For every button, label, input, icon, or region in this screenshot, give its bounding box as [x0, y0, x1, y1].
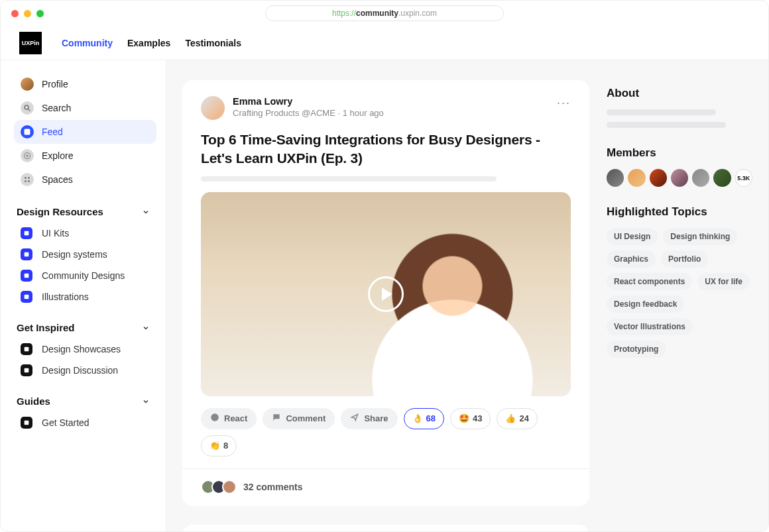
- topic-tag[interactable]: UX for life: [697, 273, 750, 290]
- sidebar-item-ui-kits[interactable]: UI Kits: [14, 223, 156, 244]
- svg-point-0: [25, 105, 29, 109]
- member-avatar[interactable]: [671, 169, 688, 187]
- chevron-down-icon: [142, 324, 150, 332]
- svg-rect-10: [25, 252, 29, 257]
- sidebar-item-label: Design systems: [42, 249, 107, 260]
- topic-tag[interactable]: Portfolio: [661, 250, 708, 268]
- post-video-thumbnail[interactable]: [201, 192, 571, 396]
- sidebar-item-label: Explore: [42, 150, 73, 161]
- topic-tag[interactable]: Design thinking: [663, 228, 737, 245]
- author-avatar[interactable]: [201, 96, 225, 120]
- chevron-down-icon: [142, 208, 150, 216]
- spaces-icon: [21, 173, 34, 186]
- nav-link-community[interactable]: Community: [62, 38, 113, 48]
- member-avatar[interactable]: [607, 169, 624, 187]
- svg-rect-13: [25, 347, 29, 352]
- member-avatar[interactable]: [628, 169, 645, 187]
- comment-icon: [272, 413, 281, 424]
- topics-heading: Highlighted Topics: [607, 205, 752, 219]
- right-sidebar: About Members 5.3K Highlighted Topics: [607, 80, 752, 513]
- topic-tag[interactable]: Vector Illustrations: [607, 318, 693, 335]
- feed-icon: [21, 125, 34, 138]
- sidebar-item-explore[interactable]: Explore: [14, 144, 156, 168]
- sidebar-item-profile[interactable]: Profile: [14, 72, 156, 96]
- member-avatar[interactable]: [692, 169, 709, 187]
- share-button[interactable]: Share: [341, 408, 397, 429]
- section-title: Get Inspired: [17, 322, 75, 333]
- maximize-dot[interactable]: [36, 10, 44, 17]
- url-protocol: https://: [332, 9, 356, 18]
- url-bar[interactable]: https://community.uxpin.com: [265, 5, 504, 21]
- sidebar-item-community-designs[interactable]: Community Designs: [14, 265, 156, 286]
- nav-link-examples[interactable]: Examples: [127, 38, 170, 48]
- members-count-badge[interactable]: 5.3K: [735, 169, 752, 187]
- chevron-down-icon: [142, 398, 150, 405]
- reaction-count: 68: [426, 413, 436, 423]
- react-button[interactable]: React: [201, 408, 257, 429]
- reaction-count: 24: [519, 413, 528, 423]
- member-avatar[interactable]: [650, 169, 667, 187]
- sidebar-item-illustrations[interactable]: Illustrations: [14, 286, 156, 307]
- resource-icon: [21, 417, 32, 429]
- sidebar-item-label: Search: [42, 103, 71, 113]
- members-heading: Members: [607, 146, 752, 160]
- sidebar-item-design-discussion[interactable]: Design Discussion: [14, 360, 156, 381]
- resource-icon: [21, 364, 32, 376]
- resource-icon: [21, 227, 32, 239]
- reaction-👏[interactable]: 👏8: [201, 435, 237, 456]
- reaction-🤩[interactable]: 🤩43: [450, 408, 491, 429]
- svg-point-7: [25, 180, 27, 182]
- about-skeleton: [607, 109, 716, 115]
- react-icon: [210, 413, 219, 424]
- reaction-👌[interactable]: 👌68: [404, 408, 444, 429]
- window-titlebar: https://community.uxpin.com: [1, 1, 768, 26]
- topic-tag[interactable]: Prototyping: [607, 341, 666, 358]
- post-more-icon[interactable]: ···: [557, 96, 571, 110]
- comments-summary[interactable]: 32 comments: [182, 468, 589, 494]
- sidebar-item-label: Feed: [42, 127, 63, 137]
- sidebar-item-spaces[interactable]: Spaces: [14, 168, 156, 191]
- nav-link-testimonials[interactable]: Testimonials: [185, 38, 241, 48]
- section-title: Guides: [17, 396, 50, 407]
- play-icon[interactable]: [368, 276, 404, 312]
- svg-point-8: [28, 180, 30, 182]
- topic-tag[interactable]: React components: [607, 273, 692, 290]
- comment-button[interactable]: Comment: [263, 408, 335, 429]
- reaction-emoji: 👌: [412, 413, 423, 423]
- section-header-design-resources[interactable]: Design Resources: [17, 206, 150, 217]
- section-title: Design Resources: [17, 206, 103, 217]
- minimize-dot[interactable]: [24, 10, 31, 17]
- svg-point-6: [28, 177, 30, 179]
- sidebar-item-label: UI Kits: [42, 228, 69, 239]
- author-subline: Crafting Products @ACME · 1 hour ago: [233, 108, 384, 118]
- svg-point-5: [25, 177, 27, 179]
- about-heading: About: [607, 87, 752, 100]
- reaction-👍[interactable]: 👍24: [497, 408, 537, 429]
- svg-rect-14: [25, 368, 29, 373]
- reaction-count: 8: [223, 441, 228, 451]
- svg-line-1: [29, 109, 30, 111]
- section-header-guides[interactable]: Guides: [17, 396, 150, 407]
- avatar-icon: [21, 78, 34, 91]
- section-header-get-inspired[interactable]: Get Inspired: [17, 322, 150, 333]
- sidebar-item-design-systems[interactable]: Design systems: [14, 244, 156, 265]
- post-card: Jimmy Hexington Principal Designer @ Rub…: [182, 525, 589, 532]
- sidebar-item-feed[interactable]: Feed: [14, 120, 156, 144]
- author-name[interactable]: Emma Lowry: [233, 96, 384, 107]
- resource-icon: [21, 270, 32, 282]
- sidebar-item-search[interactable]: Search: [14, 96, 156, 120]
- window-controls[interactable]: [11, 10, 44, 17]
- topic-tag[interactable]: Design feedback: [607, 295, 684, 313]
- sidebar-item-get-started[interactable]: Get Started: [14, 412, 156, 433]
- action-label: Comment: [286, 413, 325, 423]
- comments-count: 32 comments: [243, 482, 302, 492]
- brand-logo[interactable]: UXPin: [19, 32, 42, 54]
- close-dot[interactable]: [11, 10, 19, 17]
- topic-tag[interactable]: Graphics: [607, 250, 656, 268]
- sidebar: ProfileSearchFeedExploreSpaces Design Re…: [1, 60, 166, 532]
- sidebar-item-design-showcases[interactable]: Design Showcases: [14, 339, 156, 360]
- topic-tag[interactable]: UI Design: [607, 228, 658, 245]
- member-avatar[interactable]: [713, 169, 731, 187]
- members-row[interactable]: 5.3K: [607, 169, 752, 187]
- explore-icon: [21, 149, 34, 162]
